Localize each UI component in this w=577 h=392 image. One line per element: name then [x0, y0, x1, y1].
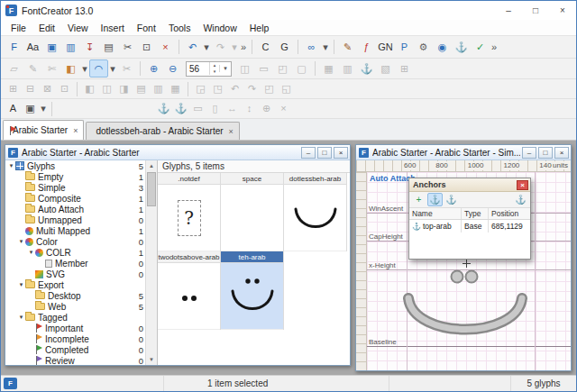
function-button[interactable]: ƒ [357, 38, 376, 56]
scrollbar-thumb[interactable] [147, 172, 156, 206]
zoom-fit-button[interactable]: ◫ [235, 59, 254, 77]
flip-vertical-button[interactable]: ◳ [209, 81, 226, 97]
tree-item-unmapped[interactable]: Unmapped 0 [5, 214, 145, 225]
fill-button[interactable]: ◧ [61, 59, 80, 77]
measure-width-button[interactable]: ↔ [224, 101, 241, 117]
zoom-selection-button[interactable]: ◰ [273, 59, 292, 77]
show-anchors-button[interactable]: ⚓ [357, 59, 376, 77]
align-top-button[interactable]: ▤ [133, 81, 150, 97]
preview-button[interactable]: ◉ [433, 38, 452, 56]
link-dropdown[interactable]: ▾ [321, 38, 330, 56]
show-grid-button[interactable]: ▦ [319, 59, 338, 77]
expander-icon[interactable]: ▾ [7, 162, 15, 169]
open-font-button[interactable]: Aa [23, 38, 42, 56]
new-font-button[interactable]: F [5, 38, 23, 56]
sample-text-button[interactable]: A [5, 101, 22, 117]
cut-button[interactable]: ✂ [118, 38, 137, 56]
menu-view[interactable]: View [61, 23, 95, 33]
print-button[interactable]: ▤ [99, 38, 118, 56]
menu-insert[interactable]: Insert [95, 23, 131, 33]
tree-item-colr[interactable]: ▾ COLR 1 [5, 247, 145, 258]
maximize-button[interactable]: □ [522, 1, 549, 20]
glyph-canvas[interactable]: Auto Attach WinAscent CapHeight x-Height… [367, 172, 571, 370]
expander-icon[interactable]: ▾ [17, 281, 25, 288]
tree-item-member[interactable]: Member 0 [5, 258, 145, 269]
tree-item-multi-mapped[interactable]: Multi Mapped 1 [5, 225, 145, 236]
tree-item-export[interactable]: ▾ Export [5, 279, 145, 290]
validate-button[interactable]: ✓ [471, 38, 490, 56]
copy-button[interactable]: ⊡ [137, 38, 156, 56]
edit-window-titlebar[interactable]: F Arabic Starter - Arabic Starter - Sim.… [356, 145, 571, 160]
menu-tools[interactable]: Tools [162, 23, 197, 33]
glyph-cell-dotlessbeh-arab[interactable]: dotlessbeh-arab ? [284, 173, 347, 251]
show-metrics-button[interactable]: ▥ [338, 59, 357, 77]
column-name[interactable]: Name [409, 208, 462, 219]
clear-guides-button[interactable]: × [275, 101, 292, 117]
child-close-button[interactable]: × [334, 147, 348, 159]
tree-item-empty[interactable]: Empty 1 [5, 171, 145, 182]
undo-button[interactable]: ↶ [183, 38, 202, 56]
tree-item-important[interactable]: Important 0 [5, 323, 145, 333]
rotate-right-button[interactable]: ↷ [243, 81, 261, 97]
anchor-view-button[interactable]: ⚓ [427, 193, 443, 206]
flip-horizontal-button[interactable]: ◲ [192, 81, 209, 97]
expander-icon[interactable]: ▾ [17, 238, 25, 245]
anchor-row[interactable]: ⚓top-arab Base 685,1129 [409, 220, 530, 232]
union-button[interactable]: ⊞ [5, 81, 22, 97]
bring-front-button[interactable]: ◰ [261, 81, 278, 97]
anchor-remove-tool-button[interactable]: ⚓ [172, 101, 189, 117]
fill-dropdown[interactable]: ▾ [80, 59, 89, 77]
contour-dropdown[interactable]: ▾ [108, 59, 117, 77]
exclude-button[interactable]: ⊡ [56, 81, 73, 97]
expander-icon[interactable]: ▾ [17, 314, 25, 321]
child-close-button[interactable]: × [554, 147, 569, 159]
anchor-marker-icon[interactable] [463, 260, 471, 268]
tree-item-auto-attach[interactable]: Auto Attach 1 [5, 204, 145, 214]
font-properties-button[interactable]: P [395, 38, 414, 56]
menu-window[interactable]: Window [197, 23, 243, 33]
contour-mode-button[interactable]: ◠ [89, 59, 108, 77]
redo-button[interactable]: ↷ [211, 38, 230, 56]
tab-arabic-starter[interactable]: Arabic Starter × [3, 120, 84, 140]
tree-item-tagged[interactable]: ▾ Tagged [5, 312, 145, 323]
pencil-button[interactable]: ✎ [23, 59, 42, 77]
guide-horizontal-button[interactable]: ▭ [189, 101, 206, 117]
anchors-panel-close-button[interactable]: × [517, 180, 528, 190]
composite-tool-button[interactable]: C [256, 38, 275, 56]
glyph-tool-button[interactable]: G [275, 38, 294, 56]
rotate-left-button[interactable]: ↶ [226, 81, 243, 97]
toolbar-overflow-button[interactable]: » [239, 38, 248, 56]
tree-scrollbar[interactable]: ▲ ▼ [145, 160, 157, 365]
anchor-mark-button[interactable]: ⚓ [513, 193, 528, 206]
toolbar-overflow-2-button[interactable]: » [490, 38, 499, 56]
anchor-add-tool-button[interactable]: ⚓ [155, 101, 172, 117]
measure-height-button[interactable]: ↕ [241, 101, 258, 117]
add-anchor-button[interactable]: + [411, 193, 426, 206]
menu-file[interactable]: File [5, 23, 32, 33]
glyph-names-button[interactable]: GN [376, 38, 395, 56]
redo-dropdown[interactable]: ▾ [230, 38, 239, 56]
tree-item-review[interactable]: Review 0 [5, 355, 145, 365]
child-minimize-button[interactable]: – [301, 147, 316, 159]
tree-item-completed[interactable]: Completed 0 [5, 344, 145, 355]
zoom-level-combo[interactable]: 56 ▴ ▾ ▾ [186, 61, 232, 77]
align-right-button[interactable]: ◨ [115, 81, 133, 97]
guide-vertical-button[interactable]: ▯ [206, 101, 224, 117]
child-maximize-button[interactable]: □ [538, 147, 553, 159]
knife-button[interactable]: ✄ [42, 59, 61, 77]
zoom-points-button[interactable]: ▢ [292, 59, 311, 77]
expander-icon[interactable]: ▾ [27, 249, 35, 256]
save-all-button[interactable]: ▥ [61, 38, 80, 56]
zoom-dropdown-icon[interactable]: ▾ [219, 65, 231, 72]
align-bottom-button[interactable]: ▦ [167, 81, 184, 97]
column-type[interactable]: Type [462, 208, 489, 219]
tab-close-button[interactable]: × [73, 126, 78, 135]
subtract-button[interactable]: ⊟ [22, 81, 39, 97]
snap-button[interactable]: ⊞ [395, 59, 414, 77]
split-button[interactable]: ✂ [117, 59, 136, 77]
tree-item-web[interactable]: Web 5 [5, 301, 145, 312]
export-font-button[interactable]: ↧ [80, 38, 99, 56]
save-font-button[interactable]: ▣ [42, 38, 61, 56]
spin-down-icon[interactable]: ▾ [210, 68, 219, 75]
child-minimize-button[interactable]: – [522, 147, 536, 159]
